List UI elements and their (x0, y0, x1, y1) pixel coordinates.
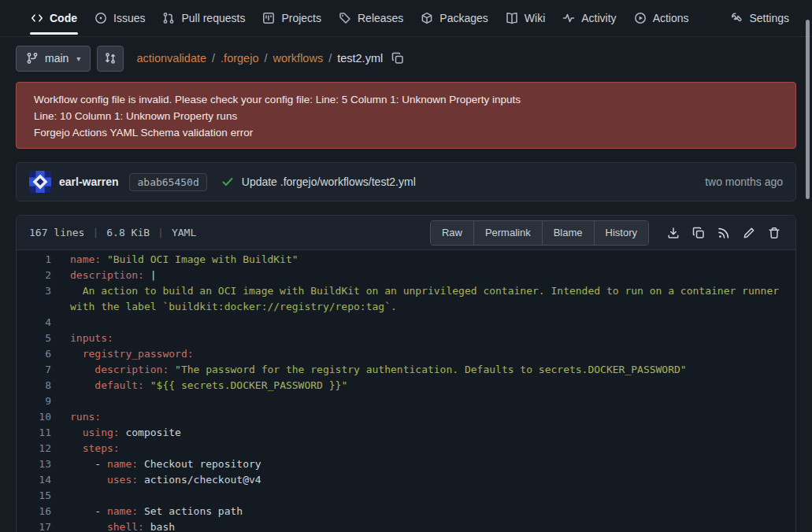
code-line: 15 (17, 488, 795, 504)
line-number[interactable]: 16 (17, 504, 53, 519)
tab-projects[interactable]: Projects (254, 0, 330, 36)
commit-author[interactable]: earl-warren (59, 175, 118, 188)
error-line: Workflow config file is invalid. Please … (34, 91, 778, 108)
code-line: 1name: "Build OCI Image with BuildKit" (17, 252, 795, 268)
file-info: 167 lines | 6.8 KiB | YAML (29, 227, 196, 238)
code-line-text (53, 315, 795, 331)
breadcrumb-link--forgejo[interactable]: .forgejo (221, 52, 258, 65)
code-line-text: runs: (53, 409, 795, 425)
code-line-text: description: "The password for the regis… (53, 362, 795, 378)
code-line-text: description: | (53, 268, 795, 283)
error-line: Forgejo Actions YAML Schema validation e… (34, 124, 778, 141)
line-number[interactable]: 6 (17, 346, 53, 362)
copy-icon[interactable] (687, 221, 710, 245)
tab-issues[interactable]: Issues (86, 0, 154, 36)
code-line-text: using: composite (53, 425, 795, 441)
line-number[interactable]: 13 (17, 456, 53, 472)
tab-pull-requests[interactable]: Pull requests (154, 0, 254, 36)
line-number[interactable]: 1 (17, 252, 53, 268)
code-line: 13 - name: Checkout repository (17, 456, 795, 472)
line-number[interactable]: 12 (17, 441, 53, 456)
permalink-button[interactable]: Permalink (473, 221, 542, 245)
code-line: 4 (17, 315, 795, 331)
breadcrumb-separator: / (328, 52, 332, 65)
commit-status-check-icon[interactable] (221, 175, 234, 188)
branch-name: main (45, 52, 69, 65)
code-line: 9 (17, 393, 795, 409)
line-number[interactable]: 2 (17, 268, 53, 283)
project-icon (262, 12, 275, 24)
line-number[interactable]: 11 (17, 425, 53, 441)
tab-code[interactable]: Code (22, 0, 86, 36)
line-number[interactable]: 15 (17, 488, 53, 504)
code-line-text: - name: Set actions path (53, 504, 795, 519)
file-view-buttons: RawPermalinkBlameHistory (430, 220, 649, 246)
history-button[interactable]: History (594, 221, 648, 245)
tab-releases[interactable]: Releases (330, 0, 412, 36)
raw-button[interactable]: Raw (431, 221, 473, 245)
code-line-text: An action to build an OCI image with Bui… (53, 283, 795, 315)
tab-settings[interactable]: Settings (721, 0, 798, 36)
branch-selector[interactable]: main ▾ (16, 46, 91, 72)
code-line: 17 shell: bash (17, 519, 795, 532)
line-number[interactable]: 3 (17, 283, 53, 315)
error-banner: Workflow config file is invalid. Please … (16, 82, 796, 149)
commit-age: two months ago (705, 175, 783, 188)
line-number[interactable]: 5 (17, 331, 53, 346)
code-line-text: default: "${{ secrets.DOCKER_PASSWORD }}… (53, 378, 795, 393)
file-tool-icons (662, 221, 786, 245)
line-number[interactable]: 10 (17, 409, 53, 425)
line-number[interactable]: 9 (17, 393, 53, 409)
commit-message[interactable]: Update .forgejo/workflows/test2.yml (242, 175, 416, 188)
tab-label: Code (50, 12, 77, 24)
line-number[interactable]: 4 (17, 315, 53, 331)
tab-label: Projects (281, 12, 321, 24)
file-size: 6.8 KiB (106, 227, 150, 238)
tab-wiki[interactable]: Wiki (497, 0, 554, 36)
file-actions: RawPermalinkBlameHistory (430, 220, 786, 246)
scrollbar-thumb[interactable] (806, 20, 810, 199)
tab-label: Issues (113, 12, 145, 24)
code-line-text: registry_password: (53, 346, 795, 362)
git-compare-icon (104, 52, 117, 65)
rss-icon[interactable] (712, 221, 736, 245)
code-line: 14 uses: actions/checkout@v4 (17, 472, 795, 488)
edit-icon[interactable] (737, 221, 761, 245)
wrench-icon (730, 12, 743, 24)
delete-icon[interactable] (762, 221, 786, 245)
code-line: 7 description: "The password for the reg… (17, 362, 795, 378)
line-number[interactable]: 7 (17, 362, 53, 378)
download-icon[interactable] (662, 221, 685, 245)
file-view: 167 lines | 6.8 KiB | YAML RawPermalinkB… (16, 215, 796, 532)
breadcrumb: actionvalidate/.forgejo/workflows/test2.… (136, 52, 404, 65)
code-line-text (53, 393, 795, 409)
line-number[interactable]: 14 (17, 472, 53, 488)
code-line: 12 steps: (17, 441, 795, 456)
page-scrollbar (804, 0, 812, 532)
code-line-text: - name: Checkout repository (53, 456, 795, 472)
breadcrumb-link-workflows[interactable]: workflows (273, 52, 324, 65)
tab-label: Releases (358, 12, 403, 24)
tab-label: Settings (749, 12, 789, 24)
repo-tab-bar: CodeIssuesPull requestsProjectsReleasesP… (0, 0, 812, 37)
line-number[interactable]: 17 (17, 519, 53, 532)
code-view: 1name: "Build OCI Image with BuildKit"2d… (17, 250, 795, 532)
tab-label: Activity (581, 12, 616, 24)
line-number[interactable]: 8 (17, 378, 53, 393)
commit-hash[interactable]: abab65450d (129, 173, 206, 191)
activity-icon (562, 12, 575, 24)
compare-button[interactable] (97, 46, 124, 72)
breadcrumb-link-actionvalidate[interactable]: actionvalidate (136, 52, 206, 65)
code-line-text (53, 488, 795, 504)
copy-path-button[interactable] (391, 52, 404, 65)
file-language: YAML (172, 227, 196, 238)
tab-actions[interactable]: Actions (625, 0, 698, 36)
avatar[interactable] (29, 171, 51, 193)
code-line: 11 using: composite (17, 425, 795, 441)
blame-button[interactable]: Blame (542, 221, 594, 245)
pull-request-icon (162, 12, 175, 24)
tab-packages[interactable]: Packages (412, 0, 496, 36)
code-line: 8 default: "${{ secrets.DOCKER_PASSWORD … (17, 378, 795, 393)
code-line-text: name: "Build OCI Image with BuildKit" (53, 252, 795, 268)
tab-activity[interactable]: Activity (554, 0, 625, 36)
